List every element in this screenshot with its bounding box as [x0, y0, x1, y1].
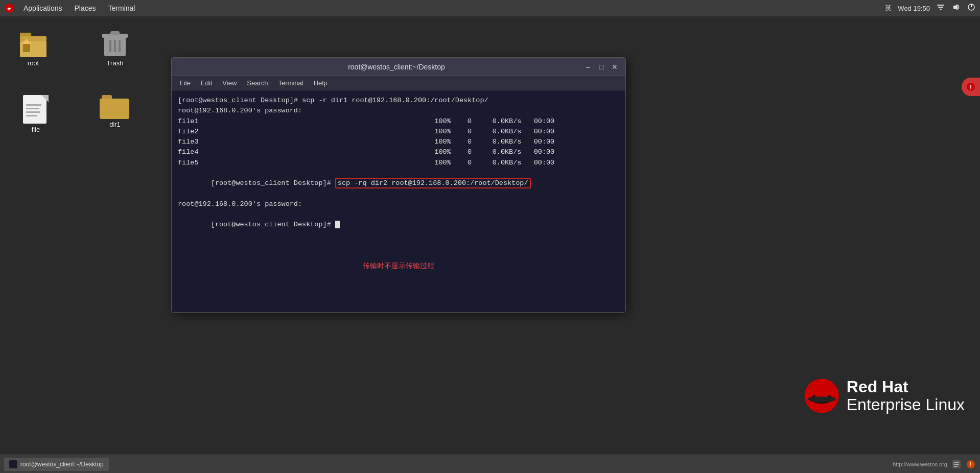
- menu-view[interactable]: View: [218, 78, 241, 88]
- minimize-button[interactable]: –: [582, 61, 594, 73]
- redhat-small-icon: [4, 3, 14, 13]
- svg-rect-28: [954, 462, 959, 463]
- power-icon[interactable]: [967, 3, 976, 14]
- terminal-body[interactable]: [root@westos_client Desktop]# scp -r dir…: [172, 90, 625, 312]
- topbar: Applications Places Terminal 英 Wed 19:50: [0, 0, 980, 16]
- svg-rect-17: [114, 40, 116, 52]
- term-line-file5: file5 100% 0 0.0KB/s 00:00: [178, 158, 619, 168]
- terminal-window: root@westos_client:~/Desktop – □ ✕ File …: [171, 57, 626, 313]
- taskbar: root@westos_client:~/Desktop http://www.…: [0, 455, 980, 473]
- svg-rect-30: [954, 466, 958, 467]
- notification-bubble[interactable]: !: [962, 78, 980, 96]
- menu-search[interactable]: Search: [243, 78, 272, 88]
- term-line-pwd: root@192.168.0.200's password:: [178, 199, 619, 209]
- language-indicator[interactable]: 英: [885, 4, 892, 13]
- file-icon-label: file: [32, 126, 40, 133]
- applications-menu[interactable]: Applications: [18, 2, 67, 14]
- desktop: root Trash: [0, 16, 980, 455]
- svg-text:!: !: [970, 462, 971, 467]
- redhat-line1: Red Hat: [847, 378, 965, 396]
- terminal-titlebar: root@westos_client:~/Desktop – □ ✕: [172, 58, 625, 76]
- taskbar-terminal-label: root@westos_client:~/Desktop: [20, 461, 104, 468]
- menu-edit[interactable]: Edit: [197, 78, 216, 88]
- term-line-cmd2: [root@westos_client Desktop]# scp -rq di…: [178, 168, 619, 199]
- redhat-brand: Red Hat Enterprise Linux: [804, 378, 965, 414]
- root-icon-label: root: [28, 59, 39, 67]
- taskbar-url: http://www.westos.org: [893, 461, 947, 467]
- svg-rect-18: [119, 40, 121, 52]
- svg-rect-1: [937, 5, 944, 6]
- terminal-menubar: File Edit View Search Terminal Help: [172, 76, 625, 90]
- taskbar-terminal-icon: [9, 460, 17, 468]
- folder-icon-graphic: [100, 95, 130, 121]
- window-controls: – □ ✕: [580, 61, 620, 73]
- taskbar-icon-2[interactable]: !: [966, 459, 976, 469]
- clock: Wed 19:50: [898, 5, 930, 12]
- places-menu[interactable]: Places: [69, 2, 101, 14]
- terminal-menu[interactable]: Terminal: [103, 2, 141, 14]
- svg-rect-11: [23, 43, 30, 52]
- highlighted-command: scp -rq dir2 root@192.168.0.200:/root/De…: [335, 178, 531, 188]
- menu-help[interactable]: Help: [310, 78, 332, 88]
- svg-point-23: [815, 388, 828, 392]
- trash-icon-label: Trash: [107, 59, 124, 67]
- trash-icon: [101, 29, 129, 59]
- network-icon[interactable]: [936, 3, 945, 14]
- taskbar-right: http://www.westos.org !: [893, 459, 976, 469]
- terminal-title: root@westos_client:~/Desktop: [213, 63, 580, 71]
- term-line-prompt: [root@westos_client Desktop]#: [178, 209, 619, 241]
- redhat-line2: Enterprise Linux: [847, 396, 965, 414]
- svg-rect-3: [940, 9, 942, 10]
- taskbar-icon-1[interactable]: [951, 459, 962, 469]
- close-button[interactable]: ✕: [609, 61, 620, 73]
- redhat-logo-icon: [804, 378, 839, 414]
- annotation-text: 传输时不显示传输过程: [363, 261, 434, 271]
- term-line-file3: file3 100% 0 0.0KB/s 00:00: [178, 137, 619, 147]
- menu-terminal[interactable]: Terminal: [274, 78, 308, 88]
- desktop-icon-trash[interactable]: Trash: [92, 27, 138, 69]
- topbar-right: 英 Wed 19:50: [885, 3, 976, 14]
- desktop-icon-root[interactable]: root: [10, 27, 56, 69]
- svg-rect-2: [938, 7, 943, 8]
- svg-rect-10: [20, 36, 46, 41]
- file-icon-graphic: [23, 95, 49, 126]
- term-line-file2: file2 100% 0 0.0KB/s 00:00: [178, 127, 619, 137]
- maximize-button[interactable]: □: [596, 61, 607, 73]
- term-line-file4: file4 100% 0 0.0KB/s 00:00: [178, 147, 619, 157]
- term-line-file1: file1 100% 0 0.0KB/s 00:00: [178, 116, 619, 127]
- term-line-2: root@192.168.0.200's password:: [178, 106, 619, 116]
- svg-marker-4: [953, 4, 958, 10]
- svg-rect-16: [109, 40, 111, 52]
- notif-icon: !: [966, 82, 976, 92]
- menu-file[interactable]: File: [176, 78, 195, 88]
- taskbar-terminal-item[interactable]: root@westos_client:~/Desktop: [4, 458, 109, 471]
- dir1-icon-label: dir1: [109, 121, 121, 128]
- svg-rect-15: [110, 31, 120, 35]
- desktop-icon-file[interactable]: file: [13, 93, 59, 135]
- volume-icon[interactable]: [951, 3, 961, 14]
- desktop-icon-dir1[interactable]: dir1: [92, 93, 138, 130]
- term-line-1: [root@westos_client Desktop]# scp -r dir…: [178, 96, 619, 106]
- home-icon: [18, 29, 49, 59]
- redhat-text: Red Hat Enterprise Linux: [847, 378, 965, 414]
- svg-point-24: [808, 396, 835, 402]
- svg-text:!: !: [970, 84, 972, 91]
- topbar-left: Applications Places Terminal: [4, 2, 140, 14]
- terminal-cursor: [335, 221, 340, 228]
- svg-rect-29: [954, 464, 959, 465]
